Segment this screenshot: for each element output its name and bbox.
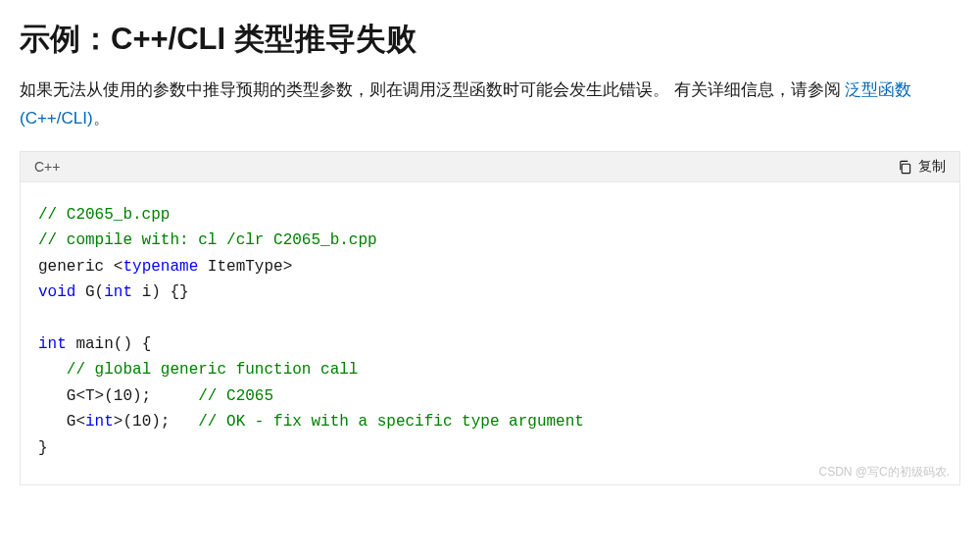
copy-button-label: 复制 bbox=[918, 158, 946, 176]
code-language-label: C++ bbox=[34, 159, 60, 175]
intro-paragraph: 如果无法从使用的参数中推导预期的类型参数，则在调用泛型函数时可能会发生此错误。 … bbox=[20, 76, 960, 133]
para-text-before: 如果无法从使用的参数中推导预期的类型参数，则在调用泛型函数时可能会发生此错误。 … bbox=[20, 80, 841, 99]
code-header: C++ 复制 bbox=[21, 152, 959, 182]
para-text-after: 。 bbox=[93, 109, 110, 127]
section-heading: 示例：C++/CLI 类型推导失败 bbox=[20, 20, 960, 59]
copy-icon bbox=[898, 160, 912, 175]
code-block: C++ 复制 // C2065_b.cpp // compile with: c… bbox=[20, 151, 960, 485]
code-content: // C2065_b.cpp // compile with: cl /clr … bbox=[21, 182, 959, 484]
svg-rect-0 bbox=[902, 164, 909, 173]
copy-button[interactable]: 复制 bbox=[898, 158, 946, 176]
